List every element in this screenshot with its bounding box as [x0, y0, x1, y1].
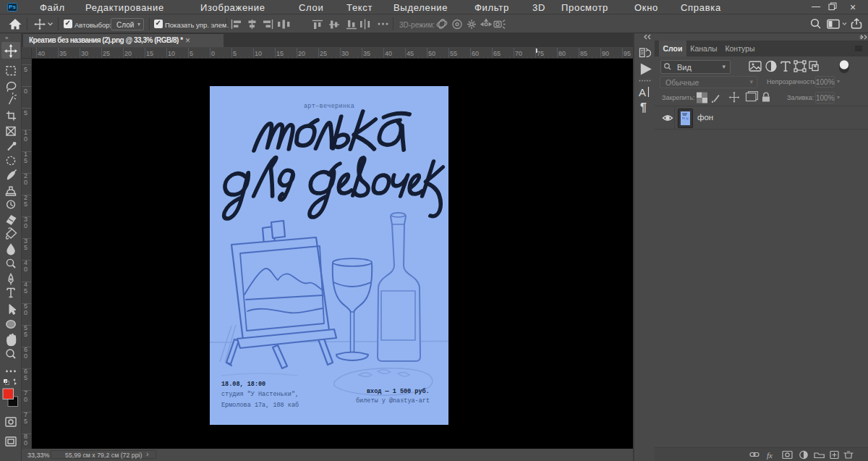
svg-text:5: 5: [24, 109, 27, 117]
svg-text:20: 20: [298, 50, 305, 57]
svg-text:0: 0: [211, 50, 215, 57]
svg-text:5: 5: [24, 244, 27, 251]
svg-text:95: 95: [624, 50, 631, 57]
svg-text:35: 35: [59, 50, 67, 57]
svg-text:0: 0: [24, 439, 27, 447]
svg-text:90: 90: [602, 50, 609, 57]
svg-text:5: 5: [24, 287, 27, 295]
svg-text:0: 0: [24, 179, 27, 186]
svg-text:35: 35: [363, 50, 370, 57]
svg-text:5: 5: [190, 50, 193, 57]
svg-text:0: 0: [24, 88, 27, 95]
svg-text:0: 0: [24, 352, 27, 360]
svg-text:30: 30: [341, 50, 349, 57]
svg-text:65: 65: [493, 50, 501, 57]
svg-text:25: 25: [320, 50, 327, 57]
svg-text:15: 15: [276, 50, 284, 57]
svg-text:5: 5: [24, 331, 27, 338]
svg-text:75: 75: [537, 50, 544, 57]
svg-text:0: 0: [24, 222, 27, 229]
svg-text:70: 70: [515, 50, 522, 57]
svg-text:15: 15: [146, 50, 153, 57]
svg-text:0: 0: [24, 266, 27, 273]
svg-text:85: 85: [580, 50, 587, 57]
svg-text:5: 5: [233, 50, 237, 57]
svg-text:30: 30: [81, 50, 88, 57]
svg-text:5: 5: [24, 66, 27, 73]
svg-text:25: 25: [103, 50, 110, 57]
svg-text:40: 40: [385, 50, 392, 57]
svg-text:60: 60: [472, 50, 479, 57]
svg-text:5: 5: [24, 200, 27, 208]
svg-text:50: 50: [428, 50, 435, 57]
svg-text:10: 10: [255, 50, 262, 57]
svg-text:0: 0: [24, 396, 27, 403]
svg-text:45: 45: [407, 50, 414, 57]
svg-text:5: 5: [24, 418, 27, 425]
svg-text:5: 5: [24, 374, 27, 381]
svg-text:0: 0: [24, 309, 27, 316]
svg-text:20: 20: [124, 50, 132, 57]
svg-text:0: 0: [24, 135, 27, 143]
svg-text:5: 5: [24, 157, 27, 164]
svg-text:40: 40: [38, 50, 45, 57]
svg-text:80: 80: [558, 50, 566, 57]
svg-text:10: 10: [168, 50, 175, 57]
svg-text:55: 55: [450, 50, 457, 57]
